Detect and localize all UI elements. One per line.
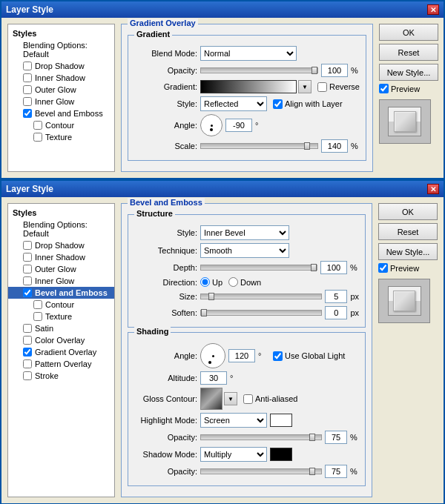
- soften-value[interactable]: [325, 306, 347, 319]
- scale-slider[interactable]: [200, 143, 318, 149]
- size-thumb[interactable]: [208, 293, 214, 300]
- color-overlay-check-2[interactable]: [23, 336, 32, 345]
- sidebar-pattern-overlay-2[interactable]: Pattern Overlay: [8, 358, 114, 370]
- highlight-opacity-thumb[interactable]: [309, 434, 315, 441]
- altitude-value[interactable]: [200, 371, 227, 385]
- texture-check-1[interactable]: [33, 133, 42, 142]
- inner-shadow-check-2[interactable]: [23, 253, 32, 262]
- sidebar-bevel-emboss-1[interactable]: Bevel and Emboss: [8, 107, 114, 119]
- reset-button-1[interactable]: Reset: [379, 44, 438, 61]
- sidebar-texture-2[interactable]: Texture: [8, 311, 114, 322]
- direction-up-radio[interactable]: [200, 277, 210, 287]
- opacity-slider-1[interactable]: [200, 67, 318, 73]
- inner-shadow-check-1[interactable]: [23, 73, 32, 82]
- anti-aliased-label[interactable]: Anti-aliased: [243, 394, 297, 404]
- shadow-opacity-slider[interactable]: [200, 468, 322, 474]
- bevel-emboss-check-2[interactable]: [23, 288, 32, 297]
- bevel-style-select[interactable]: Outer Bevel Inner Bevel Emboss Pillow Em…: [200, 225, 289, 240]
- sidebar-color-overlay-2[interactable]: Color Overlay: [8, 334, 114, 346]
- new-style-button-2[interactable]: New Style...: [378, 243, 438, 260]
- sidebar-blending-2[interactable]: Blending Options: Default: [8, 219, 114, 239]
- direction-down-label[interactable]: Down: [228, 277, 261, 287]
- scale-track[interactable]: [200, 143, 318, 149]
- size-value[interactable]: [325, 290, 347, 303]
- sidebar-inner-glow-2[interactable]: Inner Glow: [8, 275, 114, 287]
- ok-button-1[interactable]: OK: [379, 24, 438, 41]
- sidebar-contour-2[interactable]: Contour: [8, 299, 114, 311]
- sidebar-inner-shadow-2[interactable]: Inner Shadow: [8, 251, 114, 263]
- style-select[interactable]: Linear Radial Angle Reflected Diamond: [200, 96, 267, 111]
- depth-track[interactable]: [200, 265, 317, 271]
- gradient-overlay-check-2[interactable]: [23, 348, 32, 357]
- shadow-mode-select[interactable]: Multiply Normal Screen: [200, 447, 267, 462]
- shadow-opacity-thumb[interactable]: [309, 468, 315, 475]
- align-layer-check[interactable]: [273, 99, 283, 109]
- anti-aliased-check[interactable]: [243, 394, 253, 404]
- sidebar-drop-shadow-2[interactable]: Drop Shadow: [8, 239, 114, 251]
- sidebar-drop-shadow-1[interactable]: Drop Shadow: [8, 60, 114, 72]
- depth-thumb[interactable]: [311, 264, 317, 271]
- reset-button-2[interactable]: Reset: [378, 223, 438, 240]
- sidebar-bevel-emboss-2[interactable]: Bevel and Emboss: [8, 287, 114, 299]
- global-light-label[interactable]: Use Global Light: [273, 351, 345, 361]
- shading-angle-value[interactable]: [228, 349, 255, 362]
- sidebar-satin-2[interactable]: Satin: [8, 322, 114, 334]
- highlight-opacity-value[interactable]: [325, 431, 347, 444]
- highlight-mode-select[interactable]: Screen Normal Multiply: [200, 413, 267, 428]
- drop-shadow-check-2[interactable]: [23, 241, 32, 250]
- sidebar-blending-1[interactable]: Blending Options: Default: [8, 39, 114, 60]
- gradient-bar[interactable]: [200, 80, 297, 93]
- opacity-value-1[interactable]: [321, 64, 348, 77]
- preview-check-1[interactable]: [379, 84, 389, 93]
- stroke-check-2[interactable]: [23, 371, 32, 380]
- size-slider[interactable]: [200, 294, 322, 299]
- direction-down-radio[interactable]: [228, 277, 238, 287]
- gradient-dropdown-btn[interactable]: ▼: [298, 80, 312, 93]
- global-light-check[interactable]: [273, 351, 283, 361]
- technique-select[interactable]: Smooth Chisel Hard Chisel Soft: [200, 243, 289, 258]
- preview-label-2[interactable]: Preview: [378, 263, 438, 273]
- angle-dial-2[interactable]: [200, 343, 225, 368]
- sidebar-contour-1[interactable]: Contour: [8, 119, 114, 131]
- reverse-label[interactable]: Reverse: [317, 82, 360, 92]
- highlight-opacity-track[interactable]: [200, 434, 322, 440]
- highlight-color-swatch[interactable]: [270, 414, 292, 427]
- shadow-opacity-track[interactable]: [200, 468, 322, 474]
- reverse-check[interactable]: [317, 82, 327, 92]
- preview-check-2[interactable]: [378, 263, 388, 273]
- bevel-emboss-check-1[interactable]: [23, 109, 32, 118]
- gloss-dropdown-btn[interactable]: ▼: [224, 392, 237, 405]
- close-button-1[interactable]: ✕: [427, 4, 439, 15]
- size-track[interactable]: [200, 294, 322, 299]
- texture-check-2[interactable]: [33, 312, 42, 321]
- sidebar-stroke-2[interactable]: Stroke: [8, 370, 114, 382]
- sidebar-gradient-overlay-2[interactable]: Gradient Overlay: [8, 346, 114, 358]
- contour-check-1[interactable]: [33, 121, 42, 130]
- blend-mode-select[interactable]: Normal Multiply Screen: [200, 46, 297, 61]
- highlight-opacity-slider[interactable]: [200, 434, 322, 440]
- soften-track[interactable]: [200, 310, 322, 316]
- drop-shadow-check-1[interactable]: [23, 62, 32, 70]
- preview-label-1[interactable]: Preview: [379, 84, 438, 93]
- shadow-color-swatch[interactable]: [270, 448, 292, 461]
- soften-thumb[interactable]: [201, 309, 207, 316]
- inner-glow-check-2[interactable]: [23, 276, 32, 285]
- outer-glow-check-2[interactable]: [23, 265, 32, 273]
- depth-slider[interactable]: [200, 265, 317, 271]
- scale-thumb[interactable]: [304, 142, 310, 150]
- scale-value[interactable]: [321, 139, 348, 153]
- inner-glow-check-1[interactable]: [23, 97, 32, 106]
- sidebar-outer-glow-1[interactable]: Outer Glow: [8, 84, 114, 96]
- angle-value-1[interactable]: [225, 119, 252, 132]
- close-button-2[interactable]: ✕: [427, 184, 439, 194]
- outer-glow-check-1[interactable]: [23, 85, 32, 94]
- sidebar-inner-glow-1[interactable]: Inner Glow: [8, 96, 114, 107]
- sidebar-texture-1[interactable]: Texture: [8, 131, 114, 143]
- sidebar-outer-glow-2[interactable]: Outer Glow: [8, 263, 114, 275]
- pattern-overlay-check-2[interactable]: [23, 359, 32, 368]
- shadow-opacity-value[interactable]: [325, 465, 347, 478]
- opacity-track-1[interactable]: [200, 67, 318, 73]
- gloss-preview[interactable]: [200, 388, 222, 410]
- satin-check-2[interactable]: [23, 324, 32, 333]
- depth-value[interactable]: [320, 261, 347, 274]
